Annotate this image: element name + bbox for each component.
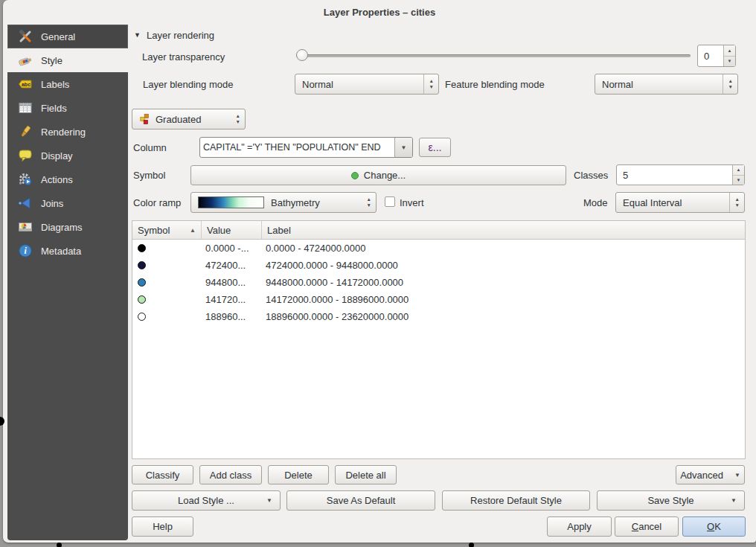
sidebar-item-diagrams[interactable]: Diagrams — [7, 215, 128, 239]
classes-table: Symbol ▲ Value Label 0.0000 -... 0.0000 … — [132, 220, 746, 459]
class-value-cell[interactable]: 472400... — [202, 260, 262, 271]
class-symbol-dot[interactable] — [138, 244, 146, 252]
advanced-button[interactable]: Advanced ▼ — [676, 465, 745, 484]
delete-button[interactable]: Delete — [268, 465, 329, 484]
spinbox-arrows-icon[interactable]: ▲▼ — [732, 165, 744, 185]
classify-button[interactable]: Classify — [132, 465, 193, 484]
transparency-slider[interactable] — [296, 49, 691, 61]
symbol-label: Symbol — [133, 170, 165, 181]
transparency-label: Layer transparency — [142, 51, 225, 63]
class-label-cell[interactable]: 9448000.0000 - 14172000.0000 — [262, 277, 745, 288]
class-label-cell[interactable]: 14172000.0000 - 18896000.0000 — [262, 294, 745, 305]
class-row[interactable]: 944800... 9448000.0000 - 14172000.0000 — [132, 274, 745, 291]
class-symbol-dot[interactable] — [138, 313, 146, 321]
class-symbol-dot[interactable] — [138, 261, 146, 269]
transparency-spinbox[interactable]: 0 ▲▼ — [697, 45, 736, 67]
layer-rendering-header[interactable]: Layer rendering — [147, 30, 214, 41]
class-label-cell[interactable]: 4724000.0000 - 9448000.0000 — [262, 260, 745, 271]
class-value-cell[interactable]: 188960... — [202, 311, 262, 322]
cancel-button[interactable]: Cancel — [615, 516, 679, 537]
load-style-button[interactable]: Load Style ... ▼ — [132, 490, 281, 511]
feature-blend-combo[interactable]: Normal ▲▼ — [595, 74, 738, 95]
sidebar-item-joins[interactable]: Joins — [7, 191, 128, 215]
color-ramp-combo[interactable]: Bathymetry ▲▼ — [190, 192, 377, 213]
mode-combo[interactable]: Equal Interval ▲▼ — [615, 192, 745, 213]
class-value-cell[interactable]: 944800... — [202, 277, 262, 288]
classes-spinbox[interactable]: 5 ▲▼ — [616, 164, 745, 185]
gear-action-icon — [17, 172, 33, 188]
spinbox-arrows-icon[interactable]: ▲▼ — [723, 45, 735, 66]
layer-blend-label: Layer blending mode — [143, 79, 233, 90]
class-symbol-dot[interactable] — [138, 278, 146, 287]
spinner-arrows-icon: ▲▼ — [231, 109, 240, 129]
sidebar-item-style[interactable]: Style — [7, 48, 128, 72]
class-row[interactable]: 472400... 4724000.0000 - 9448000.0000 — [132, 257, 745, 274]
class-symbol-dot[interactable] — [138, 295, 146, 304]
class-row[interactable]: 141720... 14172000.0000 - 18896000.0000 — [132, 291, 745, 308]
class-value-cell[interactable]: 0.0000 -... — [202, 243, 262, 254]
info-icon: i — [17, 243, 33, 259]
marker-dot-icon — [351, 172, 359, 179]
diagram-image-icon — [17, 220, 33, 235]
sidebar-item-label: General — [41, 31, 75, 42]
sidebar-item-label: Joins — [41, 198, 63, 209]
sidebar-item-rendering[interactable]: Rendering — [7, 120, 128, 144]
spinner-arrows-icon: ▲▼ — [423, 74, 434, 94]
svg-text:abc: abc — [21, 82, 30, 87]
change-symbol-button[interactable]: Change... — [190, 165, 566, 185]
slider-handle[interactable] — [296, 49, 308, 61]
class-row[interactable]: 188960... 18896000.0000 - 23620000.0000 — [132, 308, 745, 325]
sidebar-item-label: Actions — [41, 174, 73, 185]
expression-builder-button[interactable]: ε... — [419, 138, 451, 157]
collapse-arrow-icon[interactable]: ▼ — [134, 31, 141, 39]
delete-all-button[interactable]: Delete all — [335, 465, 397, 484]
sidebar-item-label: Display — [41, 150, 73, 161]
layer-blend-combo[interactable]: Normal ▲▼ — [295, 74, 439, 95]
restore-default-style-button[interactable]: Restore Default Style — [442, 490, 590, 511]
symbol-column-header[interactable]: Symbol ▲ — [132, 221, 202, 239]
invert-label: Invert — [400, 197, 424, 208]
sidebar-item-metadata[interactable]: i Metadata — [7, 239, 128, 263]
layer-properties-dialog: Layer Properties – cities General — [3, 0, 756, 543]
feature-blend-label: Feature blending mode — [445, 79, 545, 90]
sidebar-item-label: Labels — [41, 79, 69, 90]
slider-groove[interactable] — [296, 54, 691, 57]
class-value-cell[interactable]: 141720... — [202, 294, 262, 305]
spinner-arrows-icon: ▲▼ — [723, 74, 733, 94]
transparency-value[interactable]: 0 — [698, 45, 723, 66]
sidebar-item-display[interactable]: Display — [7, 144, 128, 167]
sidebar: General Style ab — [7, 25, 128, 540]
sidebar-item-general[interactable]: General — [7, 25, 128, 48]
column-combobox[interactable]: CAPITAL" ='Y' THEN "POPULATION" END ▼ — [199, 137, 413, 158]
brush-icon — [17, 124, 33, 140]
dropdown-arrow-icon[interactable]: ▼ — [394, 138, 412, 157]
save-as-default-button[interactable]: Save As Default — [286, 490, 435, 511]
classes-label: Classes — [574, 170, 608, 181]
dropdown-arrow-icon: ▼ — [731, 497, 737, 504]
class-label-cell[interactable]: 18896000.0000 - 23620000.0000 — [262, 311, 745, 322]
speech-bubble-icon — [17, 148, 33, 164]
invert-checkbox[interactable] — [385, 196, 395, 207]
join-arrow-icon — [17, 196, 33, 211]
sidebar-item-fields[interactable]: Fields — [7, 96, 128, 120]
label-column-header[interactable]: Label — [262, 221, 745, 239]
sidebar-item-label: Fields — [41, 103, 67, 114]
window-title: Layer Properties – cities — [3, 0, 756, 25]
classes-table-header: Symbol ▲ Value Label — [132, 221, 745, 240]
class-label-cell[interactable]: 0.0000 - 4724000.0000 — [262, 243, 745, 254]
save-style-button[interactable]: Save Style ▼ — [597, 490, 745, 511]
class-row[interactable]: 0.0000 -... 0.0000 - 4724000.0000 — [132, 240, 745, 257]
sidebar-item-labels[interactable]: abc Labels — [7, 72, 128, 96]
value-column-header[interactable]: Value — [202, 221, 262, 239]
column-expression[interactable]: CAPITAL" ='Y' THEN "POPULATION" END — [200, 138, 394, 157]
classes-value[interactable]: 5 — [617, 165, 732, 185]
renderer-combo[interactable]: Graduated ▲▼ — [132, 109, 246, 129]
color-ramp-swatch — [198, 196, 264, 208]
help-button[interactable]: Help — [132, 516, 193, 537]
sidebar-item-actions[interactable]: Actions — [7, 167, 128, 191]
add-class-button[interactable]: Add class — [199, 465, 262, 484]
ok-button[interactable]: OK — [682, 516, 746, 537]
apply-button[interactable]: Apply — [547, 516, 612, 537]
mode-label: Mode — [583, 197, 608, 208]
paintbrush-colors-icon — [17, 53, 33, 68]
